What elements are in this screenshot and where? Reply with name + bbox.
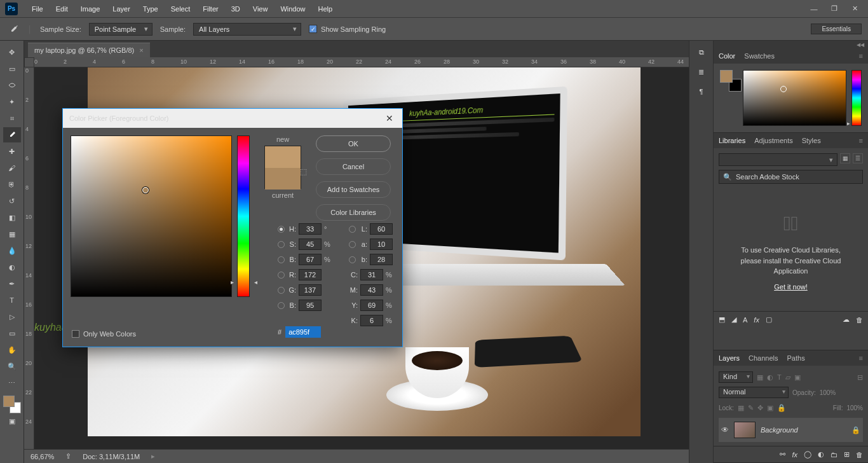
delete-layer-icon[interactable]: 🗑 xyxy=(856,451,863,459)
menu-filter[interactable]: Filter xyxy=(196,5,224,13)
panel-menu-icon[interactable]: ≡ xyxy=(859,137,863,144)
hex-input[interactable] xyxy=(285,326,321,338)
sample-select[interactable]: All Layers xyxy=(193,23,301,36)
tab-paths[interactable]: Paths xyxy=(787,351,805,365)
marquee-tool[interactable]: ▭ xyxy=(3,61,21,76)
share-icon[interactable]: ⇪ xyxy=(65,452,71,460)
color-libraries-button[interactable]: Color Libraries xyxy=(316,204,391,221)
tab-color[interactable]: Color xyxy=(719,49,735,63)
edit-toolbar[interactable]: ⋯ xyxy=(3,375,21,390)
workspace-switcher[interactable]: Essentials xyxy=(811,24,862,34)
hand-tool[interactable]: ✋ xyxy=(3,342,21,357)
input-bval[interactable] xyxy=(299,254,322,265)
input-l[interactable] xyxy=(370,223,393,235)
layer-thumbnail[interactable] xyxy=(734,422,756,438)
zoom-tool[interactable]: 🔍 xyxy=(3,359,21,374)
pen-tool[interactable]: ✒ xyxy=(3,276,21,291)
filter-smart-icon[interactable]: ▣ xyxy=(794,373,801,382)
color-field[interactable] xyxy=(743,70,846,126)
menu-type[interactable]: Type xyxy=(137,5,165,13)
input-h[interactable] xyxy=(299,223,322,235)
menu-layer[interactable]: Layer xyxy=(106,5,137,13)
radio-h[interactable] xyxy=(278,226,285,233)
radio-a[interactable] xyxy=(349,241,356,248)
menu-edit[interactable]: Edit xyxy=(50,5,74,13)
radio-blue[interactable] xyxy=(278,302,285,309)
layer-mask-icon[interactable]: ◯ xyxy=(804,450,811,459)
quick-select-tool[interactable]: ✦ xyxy=(3,94,21,109)
sync-icon[interactable]: ☁ xyxy=(843,315,850,324)
input-s[interactable] xyxy=(299,238,322,250)
saturation-value-field[interactable] xyxy=(71,135,232,297)
dialog-close-button[interactable]: ✕ xyxy=(383,112,396,125)
tab-adjustments[interactable]: Adjustments xyxy=(754,134,793,148)
grid-view-icon[interactable]: ▦ xyxy=(840,153,850,163)
add-content-icon[interactable]: ⬒ xyxy=(719,315,725,324)
menu-image[interactable]: Image xyxy=(74,5,107,13)
filter-pixel-icon[interactable]: ▦ xyxy=(757,373,763,382)
radio-g[interactable] xyxy=(278,287,285,294)
lock-artboard-icon[interactable]: ✥ xyxy=(757,404,763,412)
link-layers-icon[interactable]: ⚯ xyxy=(780,450,785,459)
menu-help[interactable]: Help xyxy=(312,5,339,13)
show-sampling-ring-checkbox[interactable]: ✓ xyxy=(309,25,317,33)
ruler-vertical[interactable]: 0246810121416182022242628 xyxy=(24,67,34,449)
hue-slider[interactable] xyxy=(237,135,250,297)
input-a[interactable] xyxy=(370,238,393,250)
path-select-tool[interactable]: ▷ xyxy=(3,309,21,324)
eraser-tool[interactable]: ◧ xyxy=(3,210,21,225)
tab-swatches[interactable]: Swatches xyxy=(744,49,775,63)
blur-tool[interactable]: 💧 xyxy=(3,243,21,258)
healing-tool[interactable]: ✚ xyxy=(3,144,21,159)
sample-size-select[interactable]: Point Sample xyxy=(89,23,153,36)
eyedropper-tool[interactable] xyxy=(3,127,21,142)
only-web-colors-checkbox[interactable] xyxy=(72,330,79,338)
input-y[interactable] xyxy=(360,300,383,311)
foreground-swatch[interactable] xyxy=(3,396,15,407)
radio-lab-b[interactable] xyxy=(349,256,356,263)
crop-tool[interactable]: ⌗ xyxy=(3,111,21,126)
add-layer-style-icon[interactable]: fx xyxy=(754,316,759,324)
add-char-style-icon[interactable]: A xyxy=(743,316,747,324)
character-icon[interactable]: ¶ xyxy=(700,88,703,95)
lock-all-icon[interactable]: 🔒 xyxy=(777,404,786,412)
filter-adjust-icon[interactable]: ◐ xyxy=(767,373,773,382)
opacity-value[interactable]: 100% xyxy=(820,389,836,396)
current-color-swatch[interactable] xyxy=(265,168,301,190)
menu-select[interactable]: Select xyxy=(165,5,197,13)
filter-type-icon[interactable]: T xyxy=(777,373,782,381)
layer-name[interactable]: Background xyxy=(761,426,798,434)
input-k[interactable] xyxy=(360,315,383,326)
status-doc-size[interactable]: Doc: 3,11M/3,11M xyxy=(83,453,140,460)
layer-style-icon[interactable]: fx xyxy=(792,451,797,459)
group-icon[interactable]: 🗀 xyxy=(831,451,837,459)
ruler-horizontal[interactable]: 0246810121416182022242628303234363840424… xyxy=(34,57,689,67)
search-stock-input[interactable]: 🔍 Search Adobe Stock xyxy=(719,170,863,184)
move-tool[interactable]: ✥ xyxy=(3,45,21,60)
dodge-tool[interactable]: ◐ xyxy=(3,259,21,275)
add-color-icon[interactable]: ▢ xyxy=(766,315,772,324)
window-close-button[interactable]: ✕ xyxy=(850,4,859,13)
radio-l[interactable] xyxy=(349,226,356,233)
lock-nest-icon[interactable]: ▣ xyxy=(767,404,773,412)
new-layer-icon[interactable]: ⊞ xyxy=(844,450,850,459)
visibility-icon[interactable]: 👁 xyxy=(721,425,729,434)
filter-shape-icon[interactable]: ▱ xyxy=(785,373,790,382)
menu-file[interactable]: File xyxy=(25,5,50,13)
quick-mask-tool[interactable]: ▣ xyxy=(3,413,21,429)
tab-libraries[interactable]: Libraries xyxy=(719,134,745,148)
input-g[interactable] xyxy=(299,284,322,296)
tab-styles[interactable]: Styles xyxy=(802,134,821,148)
tab-layers[interactable]: Layers xyxy=(719,351,740,365)
menu-view[interactable]: View xyxy=(247,5,275,13)
lock-icon[interactable]: 🔒 xyxy=(851,426,860,434)
hue-strip[interactable] xyxy=(851,70,862,126)
shape-tool[interactable]: ▭ xyxy=(3,326,21,341)
radio-r[interactable] xyxy=(278,272,285,279)
history-brush-tool[interactable]: ↺ xyxy=(3,193,21,209)
cancel-button[interactable]: Cancel xyxy=(316,158,391,175)
layer-filter-kind[interactable]: Kind xyxy=(719,371,753,383)
history-icon[interactable]: ⧉ xyxy=(699,48,704,57)
radio-b[interactable] xyxy=(278,256,285,263)
trash-icon[interactable]: 🗑 xyxy=(856,316,863,324)
